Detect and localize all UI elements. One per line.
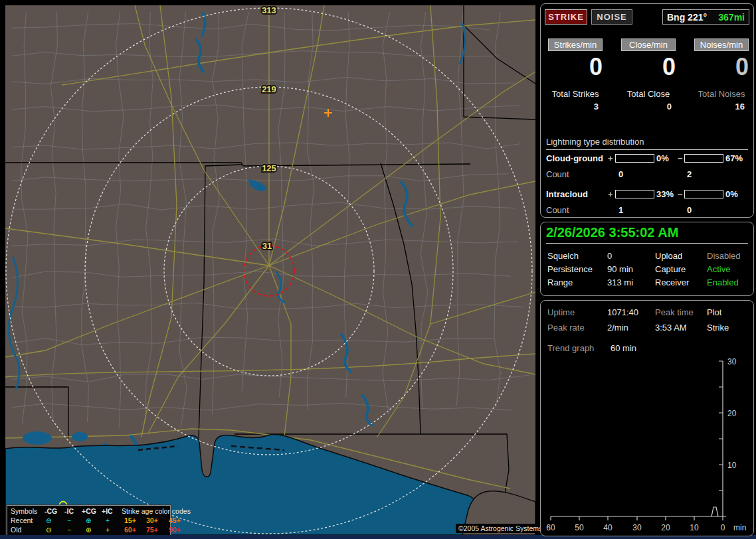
trend-graph-label: Trend graph [547, 343, 594, 353]
age-75: 75+ [146, 526, 158, 534]
plus-sign: + [608, 189, 613, 199]
y-tick-20: 20 [727, 409, 737, 418]
trend-window-value: 60 min [611, 343, 636, 353]
ic-plus-bar [615, 190, 654, 198]
recent-ncg-icon: ⊖ [46, 516, 52, 524]
peak-rate-label: Peak rate [547, 323, 585, 333]
legend-row-recent-label: Recent [11, 516, 33, 524]
upload-label: Upload [655, 251, 682, 261]
squelch-value: 0 [607, 251, 612, 261]
nexstorm-app: { "header": { "strike_button": "STRIKE",… [0, 0, 756, 539]
legend-row-old-label: Old [11, 526, 21, 534]
total-noises-label: Total Noises [688, 89, 755, 99]
x-tick-10: 10 [690, 523, 699, 532]
capture-label: Capture [655, 264, 686, 274]
total-strikes-label: Total Strikes [542, 89, 609, 99]
ic-plus-pct: 33% [656, 189, 674, 199]
ring-label-313: 313 [262, 5, 276, 15]
uptime-label: Uptime [547, 307, 575, 317]
cg-count-label: Count [546, 169, 569, 179]
strikes-per-min-value: 0 [548, 53, 603, 81]
legend-col-ncg: -CG [45, 507, 57, 515]
bearing-distance: 367mi [718, 12, 745, 23]
bearing-value: Bng 221° [667, 12, 707, 23]
copyright-label: ©2005 Astrogenic Systems [456, 524, 545, 533]
x-tick-30: 30 [632, 523, 642, 532]
x-tick-60: 60 [546, 523, 555, 532]
close-per-min-button[interactable]: Close/min [621, 38, 676, 51]
ic-minus-bar [684, 190, 723, 198]
recent-nic-icon: − [67, 516, 71, 524]
uptime-value: 1071:40 [607, 307, 638, 317]
ring-label-219: 219 [262, 84, 276, 94]
strikes-per-min-button[interactable]: Strikes/min [548, 38, 603, 51]
noises-per-min-button[interactable]: Noises/min [694, 38, 749, 51]
age-30: 30+ [146, 516, 158, 524]
peak-time-value: 3:53 AM [655, 323, 687, 333]
y-tick-10: 10 [727, 461, 737, 470]
legend-col-pcg: +CG [82, 507, 96, 515]
trend-panel: Uptime 1071:40 Peak time Plot Peak rate … [540, 300, 754, 536]
lightning-map[interactable]: 313 219 125 31 [5, 5, 535, 535]
noise-mode-button[interactable]: NOISE [591, 9, 632, 25]
receiver-status: Enabled [707, 277, 739, 287]
peak-rate-value: 2/min [607, 323, 628, 333]
cg-minus-count: 2 [687, 169, 692, 179]
plot-label: Plot [707, 307, 721, 317]
x-unit-label: min [733, 523, 746, 532]
upload-status: Disabled [707, 251, 741, 261]
age-60: 60+ [124, 526, 136, 534]
recent-pcg-icon: ⊕ [86, 516, 92, 524]
bearing-readout: Bng 221° 367mi [662, 9, 749, 25]
x-tick-0: 0 [721, 523, 725, 532]
trend-graph: 30 20 10 60 50 40 30 20 10 0 min [541, 358, 752, 534]
ring-label-31: 31 [262, 241, 272, 251]
recent-pic-icon: + [106, 516, 110, 524]
status-panel: 2/26/2026 3:55:02 AM Squelch 0 Upload Di… [540, 222, 754, 296]
legend-col-nic: -IC [64, 507, 74, 515]
age-90: 90+ [169, 526, 181, 534]
map-legend: Symbols -CG -IC +CG +IC Strike age color… [7, 505, 171, 536]
peak-time-label: Peak time [655, 307, 694, 317]
ic-plus-count: 1 [618, 205, 623, 215]
datetime-display: 2/26/2026 3:55:02 AM [546, 225, 748, 244]
legend-symbols-header: Symbols [11, 507, 37, 515]
legend-age-header: Strike age color codes [122, 507, 191, 515]
cloud-ground-label: Cloud-ground [546, 153, 603, 163]
strike-rate-peak [711, 507, 718, 516]
x-tick-40: 40 [603, 523, 613, 532]
cg-plus-pct: 0% [656, 153, 669, 163]
strike-mode-button[interactable]: STRIKE [545, 9, 587, 25]
old-ncg-icon: ⊖ [46, 526, 52, 534]
ic-count-label: Count [546, 205, 569, 215]
total-close-value: 0 [617, 102, 672, 112]
total-noises-value: 16 [690, 102, 745, 112]
old-nic-icon: − [67, 526, 71, 534]
noises-per-min-value: 0 [694, 53, 749, 81]
squelch-label: Squelch [547, 251, 579, 261]
plus-sign: + [608, 153, 613, 163]
age-15: 15+ [124, 516, 136, 524]
old-pic-icon: + [106, 526, 110, 534]
cg-plus-count: 0 [618, 169, 623, 179]
old-pcg-icon: ⊕ [86, 526, 92, 534]
persistence-value: 90 min [607, 264, 633, 274]
range-value: 313 mi [607, 277, 633, 287]
legend-col-pic: +IC [102, 507, 113, 515]
intracloud-label: Intracloud [546, 189, 588, 199]
stats-panel: STRIKE NOISE Bng 221° 367mi Strikes/min … [540, 3, 754, 218]
minus-sign: − [678, 153, 683, 163]
capture-status: Active [707, 264, 730, 274]
age-45: 45+ [169, 516, 181, 524]
total-close-label: Total Close [615, 89, 682, 99]
persistence-label: Persistence [547, 264, 593, 274]
side-panel: STRIKE NOISE Bng 221° 367mi Strikes/min … [538, 0, 756, 539]
x-tick-20: 20 [661, 523, 670, 532]
cg-minus-pct: 67% [725, 153, 743, 163]
minus-sign: − [678, 189, 683, 199]
y-tick-30: 30 [727, 358, 737, 366]
map-canvas: 313 219 125 31 [5, 5, 535, 535]
ring-label-125: 125 [262, 163, 276, 173]
receiver-label: Receiver [655, 277, 689, 287]
distribution-title: Lightning type distribution [546, 137, 748, 150]
